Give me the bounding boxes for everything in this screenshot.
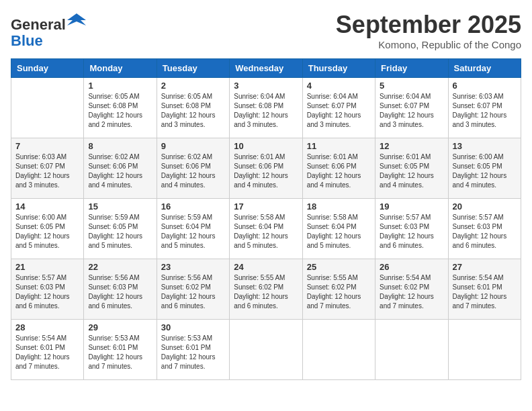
- day-number: 17: [234, 201, 298, 212]
- day-info: Sunrise: 5:57 AM Sunset: 6:03 PM Dayligh…: [453, 213, 517, 250]
- logo-bird-icon: [67, 11, 86, 30]
- weekday-header-thursday: Thursday: [302, 59, 375, 78]
- weekday-header-saturday: Saturday: [448, 59, 521, 78]
- calendar-cell: 17Sunrise: 5:58 AM Sunset: 6:04 PM Dayli…: [230, 199, 302, 259]
- svg-marker-0: [67, 13, 86, 26]
- day-info: Sunrise: 5:56 AM Sunset: 6:03 PM Dayligh…: [88, 273, 152, 311]
- day-number: 3: [234, 81, 298, 91]
- calendar-cell: 9Sunrise: 6:02 AM Sunset: 6:06 PM Daylig…: [157, 138, 229, 199]
- weekday-header-row: SundayMondayTuesdayWednesdayThursdayFrid…: [11, 59, 521, 78]
- day-number: 7: [15, 141, 79, 151]
- weekday-header-tuesday: Tuesday: [157, 59, 229, 78]
- day-number: 25: [307, 262, 371, 272]
- day-info: Sunrise: 6:00 AM Sunset: 6:05 PM Dayligh…: [15, 213, 79, 250]
- day-info: Sunrise: 5:57 AM Sunset: 6:03 PM Dayligh…: [380, 213, 443, 250]
- calendar-cell: [375, 320, 448, 380]
- day-info: Sunrise: 5:58 AM Sunset: 6:04 PM Dayligh…: [234, 213, 298, 250]
- calendar-cell: 8Sunrise: 6:02 AM Sunset: 6:06 PM Daylig…: [84, 138, 157, 199]
- day-info: Sunrise: 6:01 AM Sunset: 6:06 PM Dayligh…: [234, 152, 298, 190]
- calendar-cell: 5Sunrise: 6:04 AM Sunset: 6:07 PM Daylig…: [375, 78, 448, 138]
- day-info: Sunrise: 6:01 AM Sunset: 6:05 PM Dayligh…: [380, 152, 443, 190]
- calendar-week-3: 14Sunrise: 6:00 AM Sunset: 6:05 PM Dayli…: [11, 199, 521, 259]
- location: Komono, Republic of the Congo: [336, 39, 521, 50]
- logo: General Blue: [11, 11, 86, 49]
- calendar-cell: 18Sunrise: 5:58 AM Sunset: 6:04 PM Dayli…: [302, 199, 375, 259]
- day-number: 10: [234, 141, 298, 151]
- day-number: 1: [88, 81, 152, 91]
- month-title: September 2025: [336, 11, 521, 39]
- day-info: Sunrise: 6:02 AM Sunset: 6:06 PM Dayligh…: [161, 152, 225, 190]
- calendar-week-4: 21Sunrise: 5:57 AM Sunset: 6:03 PM Dayli…: [11, 259, 521, 320]
- day-number: 13: [453, 141, 517, 151]
- day-info: Sunrise: 5:53 AM Sunset: 6:01 PM Dayligh…: [88, 334, 152, 371]
- day-info: Sunrise: 5:54 AM Sunset: 6:02 PM Dayligh…: [380, 273, 443, 311]
- day-number: 24: [234, 262, 298, 272]
- title-block: September 2025 Komono, Republic of the C…: [336, 11, 521, 50]
- day-info: Sunrise: 6:04 AM Sunset: 6:07 PM Dayligh…: [380, 92, 443, 130]
- logo-general: General: [11, 16, 66, 33]
- day-number: 30: [161, 322, 225, 332]
- page-header: General Blue September 2025 Komono, Repu…: [11, 11, 521, 50]
- calendar-cell: 16Sunrise: 5:59 AM Sunset: 6:04 PM Dayli…: [157, 199, 229, 259]
- calendar-cell: 4Sunrise: 6:04 AM Sunset: 6:07 PM Daylig…: [302, 78, 375, 138]
- day-number: 8: [88, 141, 152, 151]
- day-info: Sunrise: 6:03 AM Sunset: 6:07 PM Dayligh…: [453, 92, 517, 130]
- weekday-header-friday: Friday: [375, 59, 448, 78]
- day-info: Sunrise: 5:56 AM Sunset: 6:02 PM Dayligh…: [161, 273, 225, 311]
- day-info: Sunrise: 5:54 AM Sunset: 6:01 PM Dayligh…: [453, 273, 517, 311]
- weekday-header-monday: Monday: [84, 59, 157, 78]
- calendar-cell: 24Sunrise: 5:55 AM Sunset: 6:02 PM Dayli…: [230, 259, 302, 320]
- calendar-cell: 21Sunrise: 5:57 AM Sunset: 6:03 PM Dayli…: [11, 259, 84, 320]
- day-number: 21: [15, 262, 79, 272]
- calendar-cell: 23Sunrise: 5:56 AM Sunset: 6:02 PM Dayli…: [157, 259, 229, 320]
- weekday-header-sunday: Sunday: [11, 59, 84, 78]
- calendar-cell: 14Sunrise: 6:00 AM Sunset: 6:05 PM Dayli…: [11, 199, 84, 259]
- calendar-cell: 6Sunrise: 6:03 AM Sunset: 6:07 PM Daylig…: [448, 78, 521, 138]
- calendar-cell: 13Sunrise: 6:00 AM Sunset: 6:05 PM Dayli…: [448, 138, 521, 199]
- calendar-cell: 11Sunrise: 6:01 AM Sunset: 6:06 PM Dayli…: [302, 138, 375, 199]
- calendar-cell: 1Sunrise: 6:05 AM Sunset: 6:08 PM Daylig…: [84, 78, 157, 138]
- day-info: Sunrise: 5:57 AM Sunset: 6:03 PM Dayligh…: [15, 273, 79, 311]
- calendar-cell: 7Sunrise: 6:03 AM Sunset: 6:07 PM Daylig…: [11, 138, 84, 199]
- calendar-cell: [302, 320, 375, 380]
- calendar-cell: 27Sunrise: 5:54 AM Sunset: 6:01 PM Dayli…: [448, 259, 521, 320]
- calendar-cell: 12Sunrise: 6:01 AM Sunset: 6:05 PM Dayli…: [375, 138, 448, 199]
- day-number: 6: [453, 81, 517, 91]
- calendar-cell: 3Sunrise: 6:04 AM Sunset: 6:08 PM Daylig…: [230, 78, 302, 138]
- day-info: Sunrise: 5:55 AM Sunset: 6:02 PM Dayligh…: [307, 273, 371, 311]
- calendar-week-1: 1Sunrise: 6:05 AM Sunset: 6:08 PM Daylig…: [11, 78, 521, 138]
- day-number: 20: [453, 201, 517, 212]
- day-info: Sunrise: 5:58 AM Sunset: 6:04 PM Dayligh…: [307, 213, 371, 250]
- day-info: Sunrise: 5:55 AM Sunset: 6:02 PM Dayligh…: [234, 273, 298, 311]
- day-number: 29: [88, 322, 152, 332]
- calendar-cell: 20Sunrise: 5:57 AM Sunset: 6:03 PM Dayli…: [448, 199, 521, 259]
- day-number: 26: [380, 262, 443, 272]
- calendar-cell: 10Sunrise: 6:01 AM Sunset: 6:06 PM Dayli…: [230, 138, 302, 199]
- weekday-header-wednesday: Wednesday: [230, 59, 302, 78]
- day-number: 12: [380, 141, 443, 151]
- calendar-cell: 30Sunrise: 5:53 AM Sunset: 6:01 PM Dayli…: [157, 320, 229, 380]
- day-number: 18: [307, 201, 371, 212]
- day-info: Sunrise: 6:03 AM Sunset: 6:07 PM Dayligh…: [15, 152, 79, 190]
- day-info: Sunrise: 6:00 AM Sunset: 6:05 PM Dayligh…: [453, 152, 517, 190]
- day-info: Sunrise: 6:05 AM Sunset: 6:08 PM Dayligh…: [88, 92, 152, 130]
- day-number: 11: [307, 141, 371, 151]
- logo-blue: Blue: [11, 32, 43, 49]
- day-number: 22: [88, 262, 152, 272]
- day-number: 28: [15, 322, 79, 332]
- calendar-cell: 26Sunrise: 5:54 AM Sunset: 6:02 PM Dayli…: [375, 259, 448, 320]
- calendar-cell: 22Sunrise: 5:56 AM Sunset: 6:03 PM Dayli…: [84, 259, 157, 320]
- day-number: 14: [15, 201, 79, 212]
- day-info: Sunrise: 6:01 AM Sunset: 6:06 PM Dayligh…: [307, 152, 371, 190]
- calendar-cell: 15Sunrise: 5:59 AM Sunset: 6:05 PM Dayli…: [84, 199, 157, 259]
- day-number: 23: [161, 262, 225, 272]
- day-info: Sunrise: 6:04 AM Sunset: 6:07 PM Dayligh…: [307, 92, 371, 130]
- day-number: 16: [161, 201, 225, 212]
- day-number: 19: [380, 201, 443, 212]
- calendar-cell: [448, 320, 521, 380]
- day-info: Sunrise: 5:53 AM Sunset: 6:01 PM Dayligh…: [161, 334, 225, 371]
- calendar-cell: [230, 320, 302, 380]
- calendar-cell: 2Sunrise: 6:05 AM Sunset: 6:08 PM Daylig…: [157, 78, 229, 138]
- day-info: Sunrise: 6:05 AM Sunset: 6:08 PM Dayligh…: [161, 92, 225, 130]
- day-number: 9: [161, 141, 225, 151]
